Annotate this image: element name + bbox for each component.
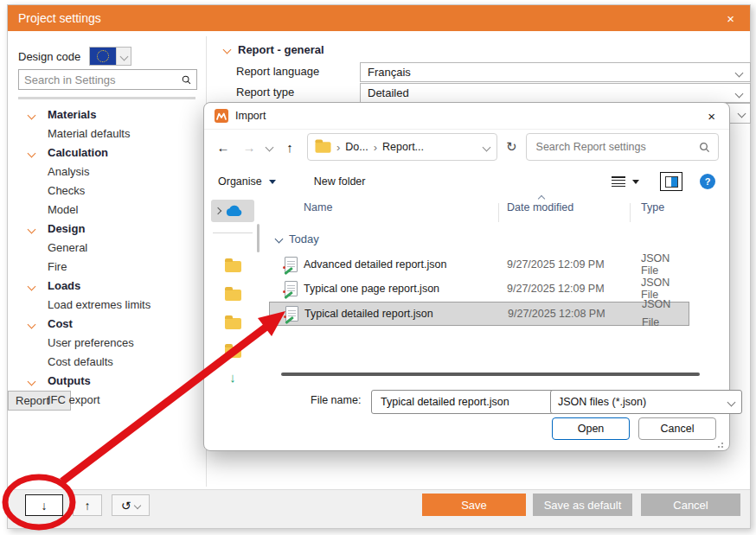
chevron-right-icon: › [374,141,377,154]
address-dropdown-chevron-icon[interactable] [483,143,491,151]
column-type[interactable]: Type [641,201,664,213]
hidden-setting-select[interactable] [727,103,751,124]
collapse-chevron-icon[interactable] [223,46,232,54]
design-code-label: Design code [18,50,80,63]
view-list-icon[interactable] [612,176,625,187]
group-header-today[interactable]: Today [276,232,319,245]
cancel-button[interactable]: Cancel [641,494,740,516]
chevron-down-icon [738,110,746,118]
breadcrumb-documents[interactable]: Do... [345,141,368,153]
sidebar-item-loads[interactable]: Loads [8,277,206,296]
file-search-input[interactable] [535,140,699,154]
search-icon [182,73,191,86]
sidebar-item-fire[interactable]: Fire [8,258,206,277]
pane-scrollbar-thumb[interactable] [257,224,259,252]
json-file-icon [285,306,298,322]
save-as-default-button[interactable]: Save as default [533,494,632,516]
forward-icon: → [240,140,258,155]
sidebar-divider [18,97,195,99]
chevron-right-icon: › [336,141,340,154]
open-button[interactable]: Open [552,417,630,440]
back-icon[interactable]: ← [215,140,232,155]
folder-icon[interactable] [225,347,241,358]
window-titlebar: Project settings × [8,5,750,31]
sidebar-item-material-defaults[interactable]: Material defaults [8,124,206,143]
chevron-down-icon [134,501,141,508]
sidebar-item-calculation[interactable]: Calculation [8,143,206,162]
organise-menu[interactable]: Organise [218,175,262,188]
file-row-selected[interactable]: Typical detailed report.json 9/27/2025 1… [269,302,689,326]
preview-pane-toggle[interactable] [660,172,682,191]
search-icon [699,142,710,153]
refresh-icon[interactable]: ↻ [506,139,517,155]
breadcrumb-report[interactable]: Report... [382,141,424,153]
recent-locations-chevron-icon[interactable] [266,143,274,151]
chevron-right-icon[interactable] [215,207,221,214]
import-dialog-titlebar: Import × [204,103,729,130]
sidebar-item-cost-defaults[interactable]: Cost defaults [8,353,206,372]
reset-icon: ↺ [121,499,131,513]
sidebar-item-cost[interactable]: Cost [8,315,206,334]
close-icon[interactable]: × [721,11,740,26]
column-headers: Name Date modified Type [269,201,676,222]
file-row[interactable]: Typical one page report.json 9/27/2025 1… [269,277,660,300]
column-name[interactable]: Name [304,201,332,213]
sidebar-item-model[interactable]: Model [8,201,206,220]
sidebar-item-checks[interactable]: Checks [8,182,206,201]
sidebar-item-materials[interactable]: Materials [8,105,206,124]
file-type-combo[interactable]: JSON files (*.json) [550,390,742,414]
settings-search[interactable] [18,69,197,90]
column-separator [498,203,499,222]
arrow-up-icon: ↑ [85,499,91,513]
sidebar-item-analysis[interactable]: Analysis [8,162,206,182]
report-type-select[interactable]: Detailed [360,83,751,103]
horizontal-scrollbar[interactable] [281,373,700,376]
file-row[interactable]: Advanced detailed report.json 9/27/2025 … [269,253,660,276]
sidebar-item-outputs[interactable]: Outputs [8,372,206,391]
report-language-select[interactable]: Français [360,62,751,82]
json-file-icon [285,281,298,296]
section-header[interactable]: Report - general [224,43,324,56]
onedrive-cloud-icon [225,205,244,217]
up-icon[interactable]: ↑ [281,140,298,155]
reset-settings-button[interactable]: ↺ [112,494,150,516]
caret-down-icon [269,180,276,184]
sidebar-item-design[interactable]: Design [8,220,206,239]
help-icon[interactable]: ? [700,174,715,189]
json-file-icon [285,257,298,272]
settings-search-input[interactable] [19,73,182,86]
save-button[interactable]: Save [422,494,526,516]
design-code-dropdown[interactable] [89,47,131,66]
file-search[interactable] [526,133,719,161]
dialog-cancel-button[interactable]: Cancel [638,417,716,440]
folder-icon[interactable] [225,290,241,301]
file-name-input[interactable] [379,395,549,409]
sidebar-item-load-extremes-limits[interactable]: Load extremes limits [8,296,206,315]
export-settings-button[interactable]: ↑ [73,494,102,516]
nav-toolbar: ← → ↑ › Do... › Report... ↻ [204,129,729,165]
sidebar-item-user-preferences[interactable]: User preferences [8,334,206,353]
import-settings-button[interactable]: ↓ [25,494,63,516]
sidebar-item-general[interactable]: General [8,239,206,258]
close-icon[interactable]: × [704,109,719,124]
chevron-down-icon [735,69,744,78]
new-folder-button[interactable]: New folder [314,175,366,188]
import-app-icon [215,109,228,123]
file-name-combo[interactable] [371,390,569,414]
breadcrumb[interactable]: › Do... › Report... [307,133,497,161]
places-pane: ↓ [211,200,254,367]
command-bar: Organise New folder ? [204,167,729,196]
column-separator [630,203,631,222]
folder-icon[interactable] [225,261,241,272]
group-collapse-chevron-icon [275,235,284,244]
onedrive-item[interactable] [211,200,254,222]
sidebar-item-ifc-export[interactable]: IFC export [8,391,206,410]
chevron-down-icon [735,90,744,99]
folder-icon[interactable] [225,318,241,329]
view-options-caret-icon[interactable] [632,180,639,184]
column-date-modified[interactable]: Date modified [507,201,573,213]
downloads-icon[interactable]: ↓ [211,370,254,385]
window-footer: ↓ ↑ ↺ Save Save as default Cancel [8,489,750,528]
chevron-down-icon[interactable] [116,48,131,65]
resize-grip[interactable] [721,443,723,444]
